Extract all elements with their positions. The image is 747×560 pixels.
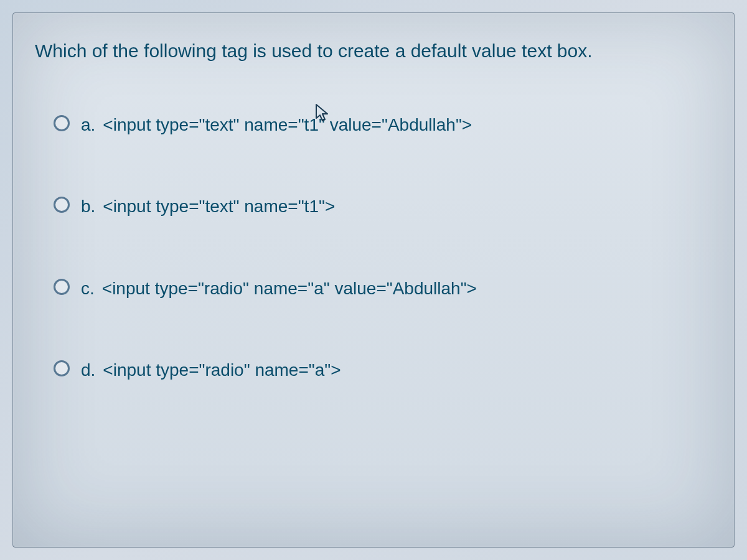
radio-button[interactable] bbox=[54, 115, 70, 131]
option-label: a. bbox=[81, 114, 95, 136]
option-b[interactable]: b. <input type="text" name="t1"> bbox=[54, 195, 712, 218]
radio-button[interactable] bbox=[54, 279, 70, 295]
option-c[interactable]: c. <input type="radio" name="a" value="A… bbox=[54, 278, 712, 300]
radio-button[interactable] bbox=[54, 360, 70, 376]
options-list: a. <input type="text" name="t1" value="A… bbox=[35, 114, 712, 382]
question-card: Which of the following tag is used to cr… bbox=[12, 12, 735, 548]
option-a[interactable]: a. <input type="text" name="t1" value="A… bbox=[54, 114, 712, 136]
radio-button[interactable] bbox=[54, 197, 70, 213]
option-label: b. bbox=[81, 195, 95, 218]
option-label: d. bbox=[81, 359, 95, 381]
question-prompt: Which of the following tag is used to cr… bbox=[35, 38, 712, 64]
option-text: <input type="radio" name="a" value="Abdu… bbox=[102, 278, 477, 300]
option-d[interactable]: d. <input type="radio" name="a"> bbox=[54, 359, 712, 381]
option-text: <input type="text" name="t1" value="Abdu… bbox=[103, 114, 472, 136]
cursor-icon bbox=[315, 103, 330, 123]
option-text: <input type="radio" name="a"> bbox=[103, 359, 341, 381]
option-label: c. bbox=[81, 278, 95, 300]
option-text: <input type="text" name="t1"> bbox=[103, 195, 335, 218]
